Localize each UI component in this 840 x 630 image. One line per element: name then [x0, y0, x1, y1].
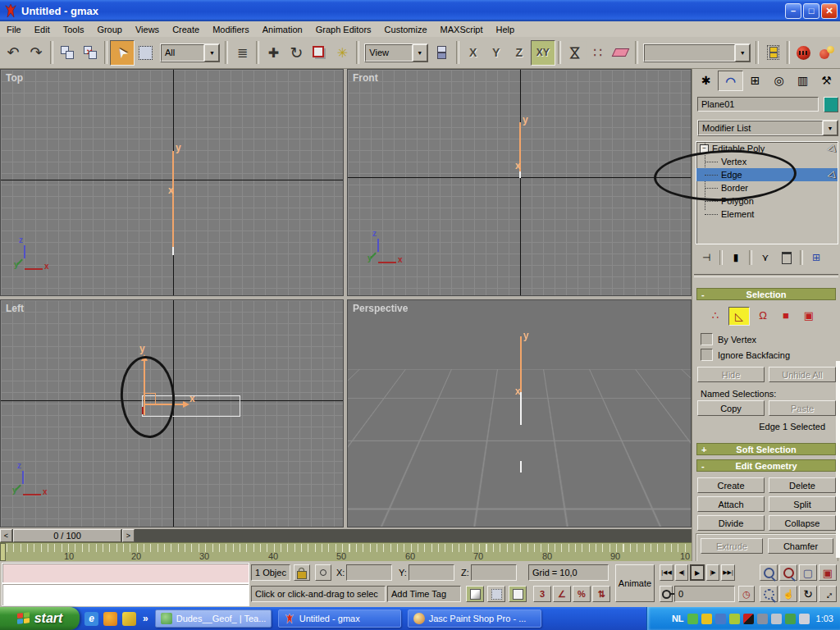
menu-file[interactable]: File [0, 23, 28, 36]
attach-button[interactable]: Attach [697, 496, 765, 512]
soft-selection-rollout-header[interactable]: + Soft Selection [696, 443, 836, 455]
snap-3d-icon[interactable]: 3 [533, 586, 551, 602]
title-bar[interactable]: Untitled - gmax – □ ✕ [0, 0, 840, 21]
tray-usb-icon[interactable] [757, 614, 768, 624]
minimize-button[interactable]: – [785, 3, 801, 19]
time-slider-button[interactable]: 0 / 100 [13, 529, 121, 542]
create-button[interactable]: Create [697, 477, 765, 493]
select-and-manipulate-icon[interactable]: ✳ [331, 41, 354, 65]
taskbar-item-paint-shop-pro[interactable]: Jasc Paint Shop Pro - ... [408, 609, 541, 628]
selection-region-icon[interactable] [135, 41, 158, 65]
spinner-snap-icon[interactable]: ⇅ [592, 586, 610, 602]
paste-button[interactable]: Paste [769, 400, 836, 416]
selection-lock-icon[interactable] [294, 564, 310, 581]
tray-brush-icon[interactable] [701, 614, 712, 624]
previous-frame-arrow[interactable]: < [0, 529, 12, 542]
render-icon[interactable] [815, 41, 838, 65]
selected-edge[interactable] [520, 392, 522, 425]
taskbar-item-gmax[interactable]: Untitled - gmax [278, 609, 401, 628]
named-selection-sets-dropdown[interactable]: ▼ [643, 43, 751, 62]
select-and-link-icon[interactable] [56, 41, 79, 65]
animate-button[interactable]: Animate [615, 564, 655, 602]
quick-launch-chevron-icon[interactable]: » [143, 613, 148, 624]
zoom-extents-all-icon[interactable]: ▣ [819, 564, 837, 581]
dotted-selection-icon[interactable] [487, 586, 505, 602]
tab-hierarchy-icon[interactable]: ⊞ [743, 71, 767, 89]
close-button[interactable]: ✕ [821, 3, 838, 19]
collapse-button[interactable]: Collapse [769, 515, 836, 531]
start-button[interactable]: start [0, 607, 80, 630]
viewport-top[interactable]: Top y x z y x [0, 69, 344, 296]
taskbar-item-messenger[interactable]: Dudes__Geof_ | Tea... [155, 609, 272, 628]
go-to-start-icon[interactable]: |◀◀ [660, 564, 673, 581]
selected-edge[interactable] [519, 171, 521, 178]
select-and-rotate-icon[interactable]: ↻ [285, 41, 308, 65]
selection-filter-dropdown[interactable]: All ▼ [160, 43, 220, 62]
copy-button[interactable]: Copy [697, 400, 765, 416]
chamfer-button[interactable]: Chamfer [768, 538, 833, 554]
tab-motion-icon[interactable]: ◎ [767, 71, 791, 89]
remove-modifier-icon[interactable] [776, 249, 797, 266]
by-vertex-checkbox[interactable] [701, 333, 713, 345]
absolute-offset-toggle-icon[interactable] [315, 564, 331, 581]
menu-views[interactable]: Views [129, 23, 166, 36]
menu-edit[interactable]: Edit [28, 23, 57, 36]
polygon-mode-icon[interactable]: ■ [776, 307, 796, 324]
viewport-perspective[interactable]: Perspective y x z y x [347, 299, 692, 527]
key-mode-icon[interactable] [660, 586, 673, 602]
x-coordinate-field[interactable] [346, 564, 392, 581]
chevron-down-icon[interactable]: ▼ [735, 44, 750, 62]
border-mode-icon[interactable]: Ω [753, 307, 773, 324]
material-navigator-icon[interactable] [792, 41, 815, 65]
tray-messenger-icon[interactable] [687, 614, 698, 624]
redo-icon[interactable]: ↷ [25, 41, 48, 65]
element-mode-icon[interactable]: ▣ [799, 307, 819, 324]
track-view-icon[interactable] [761, 41, 784, 65]
degradation-override-icon[interactable] [509, 586, 527, 602]
edge-mode-icon[interactable]: ◺ [728, 307, 750, 326]
percent-snap-icon[interactable]: % [573, 586, 591, 602]
tray-update-icon[interactable] [785, 614, 796, 624]
next-frame-arrow[interactable]: > [122, 529, 135, 542]
pan-hand-icon[interactable]: ☝ [779, 586, 797, 602]
taskbar-clock[interactable]: 1:03 [816, 614, 833, 623]
tab-create-icon[interactable]: ✱ [694, 71, 718, 89]
select-by-name-icon[interactable]: ≣ [231, 41, 253, 65]
menu-tools[interactable]: Tools [57, 23, 91, 36]
select-and-move-icon[interactable]: ✚ [262, 41, 285, 65]
unlink-selection-icon[interactable]: ✕ [79, 41, 102, 65]
zoom-icon[interactable] [760, 564, 778, 581]
split-button[interactable]: Split [769, 496, 836, 512]
track-bar[interactable]: 10 20 30 40 50 60 70 80 90 10 [0, 542, 692, 562]
unhide-all-button[interactable]: Unhide All [769, 367, 836, 382]
hide-button[interactable]: Hide [697, 367, 765, 382]
arc-rotate-icon[interactable]: ↻ [799, 586, 817, 602]
zoom-all-icon[interactable] [779, 564, 797, 581]
next-frame-icon[interactable]: |▶ [706, 564, 719, 581]
show-end-result-icon[interactable]: ▮ [725, 249, 746, 266]
add-time-tag[interactable]: Add Time Tag [387, 586, 461, 602]
tab-display-icon[interactable]: ▥ [791, 71, 815, 89]
angle-snap-icon[interactable]: ∠ [553, 586, 571, 602]
viewport-front[interactable]: Front y x z y x [347, 69, 692, 296]
menu-maxscript[interactable]: MAXScript [434, 23, 490, 36]
restrict-xy-plane-icon[interactable]: XY [531, 40, 555, 66]
stack-row-element[interactable]: Element [696, 208, 838, 221]
menu-create[interactable]: Create [166, 23, 206, 36]
use-pivot-center-icon[interactable] [431, 41, 454, 65]
extrude-button[interactable]: Extrude [701, 538, 763, 554]
tray-volume-icon[interactable] [771, 614, 782, 624]
zoom-extents-icon[interactable]: ▢ [799, 564, 817, 581]
select-and-scale-icon[interactable] [308, 41, 331, 65]
ignore-backfacing-checkbox[interactable] [701, 349, 713, 361]
selected-edge[interactable] [172, 247, 174, 255]
chevron-down-icon[interactable]: ▼ [823, 121, 838, 135]
previous-frame-icon[interactable]: ◀| [675, 564, 688, 581]
tab-utilities-icon[interactable]: ⚒ [815, 71, 838, 89]
object-name-field[interactable]: Plane01 [697, 97, 819, 112]
y-coordinate-field[interactable] [409, 564, 454, 581]
maxscript-mini-listener-output[interactable] [2, 583, 249, 606]
align-icon[interactable] [609, 41, 632, 65]
maximize-button[interactable]: □ [803, 3, 819, 19]
restrict-z-icon[interactable]: Z [508, 41, 531, 65]
